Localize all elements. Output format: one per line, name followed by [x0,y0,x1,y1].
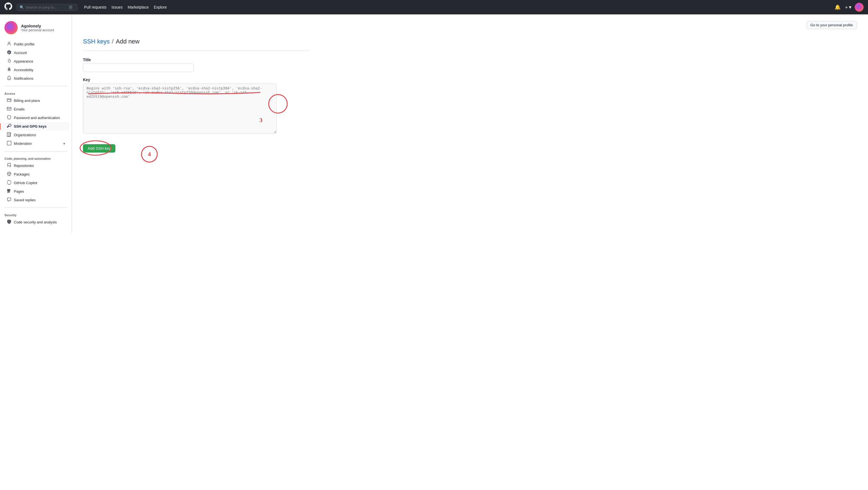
accessibility-icon [7,67,11,73]
sidebar-item-label: Repositories [14,164,34,168]
pull-requests-link[interactable]: Pull requests [84,5,106,9]
sidebar-item-label: Code security and analysis [14,220,57,224]
sidebar-item-pages[interactable]: Pages [2,187,69,196]
sidebar-item-label: Notifications [14,77,33,81]
sidebar-item-label: Moderation [14,141,32,146]
key-label: Key [83,78,310,82]
create-plus-icon[interactable]: ＋▾ [844,4,851,10]
sidebar-section-access: Access Billing and plans Emails Password… [0,90,72,148]
sidebar-item-organizations[interactable]: Organizations [2,131,69,139]
sidebar-item-saved-replies[interactable]: Saved replies [2,196,69,204]
sidebar: Agolonely Your personal account Public p… [0,15,72,233]
sidebar-item-label: Pages [14,189,24,194]
sidebar-item-label: GitHub Copilot [14,181,37,185]
sidebar-item-ssh-gpg[interactable]: SSH and GPG keys [2,122,69,131]
organization-icon [7,132,11,138]
sidebar-item-appearance[interactable]: Appearance [2,57,69,66]
issues-link[interactable]: Issues [112,5,123,9]
submit-button-area: Add SSH key 4 [83,144,115,152]
sidebar-section-security: Security Code security and analysis [0,211,72,226]
sidebar-item-emails[interactable]: Emails [2,105,69,114]
sidebar-item-label: Organizations [14,133,36,137]
sidebar-item-code-security[interactable]: Code security and analysis [2,218,69,226]
topnav: 🔍 / Pull requests Issues Marketplace Exp… [0,0,868,15]
title-input[interactable] [83,64,194,72]
sidebar-section-access-label: Access [0,90,72,96]
saved-replies-icon [7,197,11,203]
sidebar-section-security-label: Security [0,211,72,218]
shield-icon [7,115,11,120]
sidebar-section-personal: Public profile Account Appearance Access… [0,40,72,83]
sidebar-item-label: Saved replies [14,198,36,202]
key-field-group: Key 3 [83,78,310,134]
sidebar-item-public-profile[interactable]: Public profile [2,40,69,49]
breadcrumb: SSH keys / Add new [83,38,310,45]
annotation-label-4: 4 [148,151,151,158]
top-right-area: Go to your personal profile [72,15,868,29]
main-content: SSH keys / Add new Title Key 3 [72,29,321,233]
explore-link[interactable]: Explore [154,5,167,9]
sidebar-item-label: Packages [14,172,30,176]
notifications-bell-icon[interactable]: 🔔 [835,4,841,10]
topnav-right: 🔔 ＋▾ [835,3,864,11]
sidebar-item-billing[interactable]: Billing and plans [2,96,69,105]
add-ssh-key-button[interactable]: Add SSH key [83,144,115,152]
annotation-circle-4: 4 [141,146,158,163]
moderation-icon [7,141,11,146]
search-input[interactable] [26,5,67,9]
sidebar-item-account[interactable]: Account [2,49,69,57]
copilot-icon [7,180,11,185]
sidebar-item-copilot[interactable]: GitHub Copilot [2,178,69,187]
github-logo[interactable] [4,2,12,12]
sidebar-item-label: Accessibility [14,68,33,72]
breadcrumb-current: Add new [116,38,140,45]
repo-icon [7,163,11,168]
breadcrumb-ssh-keys-link[interactable]: SSH keys [83,38,110,45]
sidebar-user-subtitle: Your personal account [21,28,54,32]
title-field-group: Title [83,58,310,72]
title-label: Title [83,58,310,62]
user-avatar[interactable] [855,3,864,11]
sidebar-user: Agolonely Your personal account [0,21,72,40]
credit-card-icon [7,98,11,103]
gear-icon [7,50,11,55]
sidebar-section-code: Code, planning, and automation Repositor… [0,155,72,204]
sidebar-item-label: Emails [14,107,25,111]
package-icon [7,172,11,177]
sidebar-item-label: Appearance [14,59,33,63]
main-wrapper: Go to your personal profile SSH keys / A… [72,15,868,233]
paintbrush-icon [7,59,11,64]
sidebar-item-label: Password and authentication [14,116,60,120]
marketplace-link[interactable]: Marketplace [127,5,149,9]
sidebar-avatar [4,21,18,34]
sidebar-item-label: Billing and plans [14,98,40,103]
breadcrumb-separator: / [112,38,114,45]
sidebar-divider-2 [4,151,67,151]
search-box[interactable]: 🔍 / [17,4,78,11]
pages-icon [7,189,11,194]
avatar-image [855,3,864,11]
section-divider [83,51,310,51]
sidebar-divider-1 [4,86,67,86]
sidebar-item-accessibility[interactable]: Accessibility [2,66,69,74]
topnav-links: Pull requests Issues Marketplace Explore [84,5,167,9]
page-layout: Agolonely Your personal account Public p… [0,15,868,233]
sidebar-item-label: SSH and GPG keys [14,124,47,128]
user-icon [7,41,11,47]
sidebar-item-moderation[interactable]: Moderation ▾ [2,139,69,148]
sidebar-item-repositories[interactable]: Repositories [2,162,69,170]
code-security-icon [7,220,11,225]
sidebar-user-info: Agolonely Your personal account [21,24,54,32]
bell-icon [7,76,11,81]
key-textarea[interactable] [83,84,277,134]
sidebar-item-packages[interactable]: Packages [2,170,69,178]
go-to-profile-button[interactable]: Go to your personal profile [806,21,857,29]
sidebar-item-password[interactable]: Password and authentication [2,114,69,122]
mail-icon [7,107,11,112]
sidebar-item-notifications[interactable]: Notifications [2,74,69,83]
sidebar-item-label: Account [14,51,27,55]
sidebar-item-label: Public profile [14,42,34,46]
chevron-down-icon: ▾ [63,142,65,146]
search-icon: 🔍 [20,5,24,9]
sidebar-username: Agolonely [21,24,54,28]
